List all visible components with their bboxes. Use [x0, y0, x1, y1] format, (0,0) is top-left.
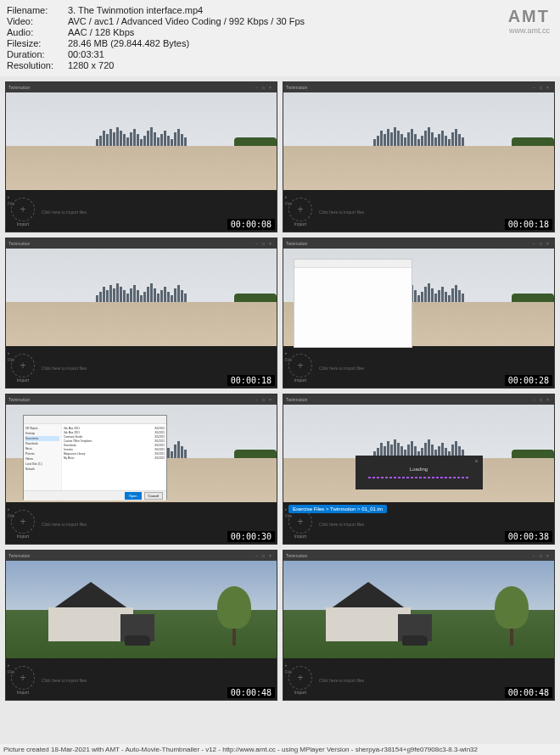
thumbnail: Twinmotion − □ × ▸ File + Import Click h… — [283, 550, 555, 701]
close-icon[interactable]: × — [474, 458, 478, 464]
window-titlebar: Twinmotion − □ × — [283, 238, 554, 249]
minimize-icon[interactable]: − — [533, 553, 538, 558]
tree-model — [217, 586, 251, 646]
tool-icon[interactable]: ▸ — [285, 350, 292, 355]
import-label: Import — [294, 690, 306, 695]
import-button[interactable]: + — [11, 666, 35, 690]
watermark-url: www.amt.cc — [508, 26, 550, 35]
minimize-icon[interactable]: − — [255, 553, 260, 558]
import-label: Import — [17, 378, 29, 383]
house-model — [317, 582, 428, 641]
side-toolbar: ▸ File — [285, 663, 292, 674]
viewport[interactable] — [6, 92, 277, 190]
tool-icon[interactable]: ▸ — [285, 663, 292, 668]
timestamp: 00:00:18 — [227, 375, 275, 386]
maximize-icon[interactable]: □ — [262, 85, 267, 90]
import-button[interactable]: + — [11, 510, 35, 534]
file-label: File — [8, 201, 14, 206]
tool-icon[interactable]: ▸ — [285, 194, 292, 199]
thumbnail: Twinmotion − □ × ▸ File + Import Click h… — [283, 238, 555, 389]
filename-label: Filename: — [7, 5, 68, 15]
maximize-icon[interactable]: □ — [540, 85, 545, 90]
minimize-icon[interactable]: − — [533, 241, 538, 246]
minimize-icon[interactable]: − — [255, 85, 260, 90]
minimize-icon[interactable]: − — [255, 397, 260, 402]
import-button[interactable]: + — [11, 198, 35, 221]
app-title: Twinmotion — [8, 553, 30, 558]
file-label: File — [285, 669, 292, 674]
viewport[interactable]: × Loading — [283, 405, 554, 502]
import-button[interactable]: + — [11, 354, 35, 378]
close-icon[interactable]: × — [269, 553, 274, 558]
viewport[interactable] — [6, 249, 277, 346]
maximize-icon[interactable]: □ — [262, 397, 267, 402]
import-hint: Click here to import files — [42, 522, 87, 527]
close-icon[interactable]: × — [546, 85, 552, 90]
import-label: Import — [17, 534, 29, 539]
import-hint: Click here to import files — [319, 366, 364, 371]
window-titlebar: Twinmotion − □ × — [6, 551, 277, 561]
close-icon[interactable]: × — [269, 85, 274, 90]
close-icon[interactable]: × — [546, 397, 552, 402]
window-titlebar: Twinmotion − □ × — [6, 82, 277, 92]
app-title: Twinmotion — [286, 85, 307, 90]
folder-tree-item[interactable]: Network — [25, 467, 59, 472]
import-button[interactable]: + — [288, 666, 312, 690]
minimize-icon[interactable]: − — [533, 397, 538, 402]
viewport[interactable] — [6, 561, 277, 658]
resolution-label: Resolution: — [7, 60, 68, 70]
car-model — [402, 635, 428, 646]
maximize-icon[interactable]: □ — [262, 553, 267, 558]
close-icon[interactable]: × — [269, 397, 274, 402]
minimize-icon[interactable]: − — [533, 85, 538, 90]
minimize-icon[interactable]: − — [255, 241, 260, 246]
app-title: Twinmotion — [8, 397, 30, 402]
dialog-titlebar — [24, 416, 166, 424]
maximize-icon[interactable]: □ — [540, 553, 545, 558]
thumbnail: Twinmotion − □ × 3D ObjectsDesktopDocume… — [5, 394, 277, 545]
import-button[interactable]: + — [288, 198, 312, 221]
timestamp: 00:00:48 — [227, 687, 275, 698]
side-toolbar: ▸ File — [8, 194, 14, 206]
side-toolbar: ▸ File — [8, 350, 14, 362]
file-list-item[interactable]: My Music3/5/2021 — [64, 456, 165, 460]
tool-icon[interactable]: ▸ — [8, 506, 14, 512]
import-hint: Click here to import files — [319, 678, 364, 683]
car-model — [125, 635, 150, 646]
duration-label: Duration: — [7, 49, 68, 59]
viewport[interactable] — [283, 249, 554, 346]
window-titlebar: Twinmotion − □ × — [283, 82, 554, 92]
cancel-button[interactable]: Cancel — [144, 492, 163, 500]
import-hint: Click here to import files — [42, 678, 87, 683]
maximize-icon[interactable]: □ — [540, 241, 545, 246]
import-hint: Click here to import files — [42, 366, 87, 371]
close-icon[interactable]: × — [546, 241, 552, 246]
metadata-panel: Filename:3. The Twinmotion interface.mp4… — [0, 0, 560, 76]
open-button[interactable]: Open — [125, 492, 142, 500]
maximize-icon[interactable]: □ — [540, 397, 545, 402]
maximize-icon[interactable]: □ — [262, 241, 267, 246]
viewport[interactable]: 3D ObjectsDesktopDocumentsDownloadsMusic… — [6, 405, 277, 502]
loading-dialog: × Loading — [356, 456, 483, 489]
viewport[interactable] — [283, 561, 554, 658]
window-titlebar: Twinmotion − □ × — [283, 551, 554, 561]
filename-value: 3. The Twinmotion interface.mp4 — [68, 5, 553, 15]
close-icon[interactable]: × — [269, 241, 274, 246]
tool-icon[interactable]: ▸ — [8, 194, 14, 199]
window-titlebar: Twinmotion − □ × — [6, 394, 277, 405]
import-button[interactable]: + — [288, 354, 312, 378]
thumbnail-grid: Twinmotion − □ × ▸ File + Import Click h… — [0, 76, 560, 706]
thumbnail: Twinmotion − □ × ▸ File + Import Click h… — [5, 238, 277, 389]
side-toolbar: ▸ File — [8, 663, 14, 674]
app-title: Twinmotion — [286, 241, 307, 246]
close-icon[interactable]: × — [546, 553, 552, 558]
app-title: Twinmotion — [8, 241, 30, 246]
viewport[interactable] — [283, 92, 554, 190]
footer-text: Picture created 18-Mar-2021 with AMT - A… — [0, 744, 560, 755]
tool-icon[interactable]: ▸ — [8, 663, 14, 668]
audio-value: AAC / 128 Kbps — [68, 27, 553, 37]
import-label: Import — [294, 534, 306, 539]
file-label: File — [8, 513, 14, 518]
timestamp: 00:00:48 — [505, 687, 552, 698]
tool-icon[interactable]: ▸ — [8, 350, 14, 355]
